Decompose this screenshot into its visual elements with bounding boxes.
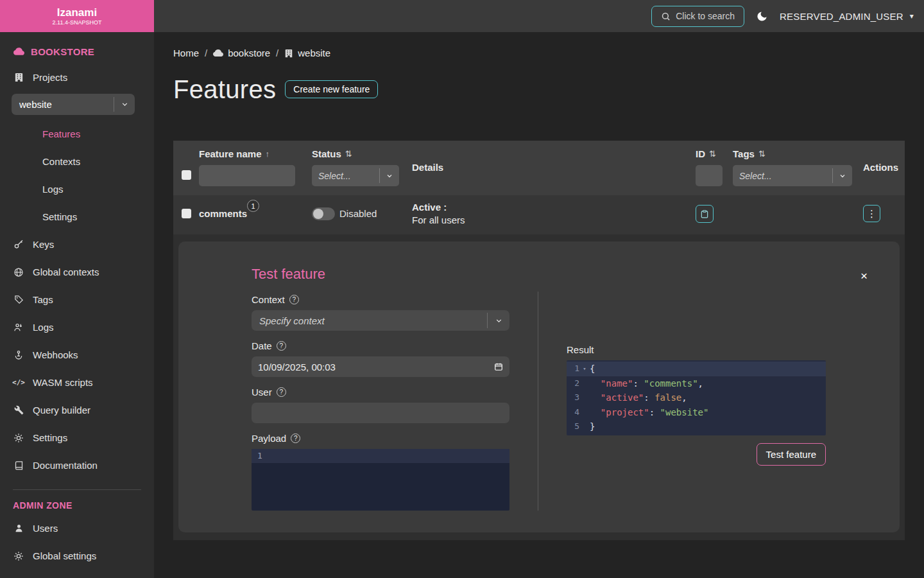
chevron-down-icon [488, 317, 509, 325]
building-icon [13, 73, 24, 82]
feature-name-cell[interactable]: comments 1 [199, 208, 247, 219]
breadcrumb-tenant[interactable]: bookstore [213, 48, 270, 58]
result-label: Result [567, 344, 826, 355]
help-icon[interactable]: ? [289, 295, 299, 304]
gear-icon [13, 551, 24, 561]
page-title: Features [173, 75, 276, 103]
sidebar-item-label: Global settings [33, 550, 96, 561]
column-header-feature-name[interactable]: Feature name ↑ [199, 148, 312, 159]
code-line: 2 "name": "comments", [567, 376, 826, 391]
tags-filter-select[interactable]: Select... [733, 165, 852, 186]
create-feature-button[interactable]: Create new feature [285, 80, 378, 98]
sidebar-item-documentation[interactable]: Documentation [0, 451, 154, 479]
help-icon[interactable]: ? [277, 341, 286, 351]
test-feature-panel-area: Test feature Context ? Specify context [173, 234, 905, 540]
project-select[interactable]: website [12, 94, 135, 115]
sort-both-icon[interactable]: ⇅ [709, 149, 716, 159]
column-header-details: Details [412, 148, 688, 173]
select-all-checkbox[interactable] [182, 170, 191, 180]
gear-icon [13, 433, 24, 443]
breadcrumb-separator: / [276, 48, 278, 58]
app-window: Izanami 2.11.4-SNAPSHOT Click to search … [0, 0, 924, 578]
date-input[interactable]: 10/09/2025, 00:03 [252, 356, 509, 377]
sidebar-item-label: Global contexts [33, 267, 99, 277]
sidebar-item-project-logs[interactable]: Logs [0, 175, 154, 203]
feature-toggle[interactable] [312, 207, 335, 220]
sidebar-item-logs[interactable]: Logs [0, 313, 154, 341]
sidebar-item-settings[interactable]: Settings [0, 424, 154, 451]
status-label: Disabled [339, 208, 377, 219]
column-header-status[interactable]: Status ⇅ [312, 148, 412, 159]
sidebar-item-label: Keys [33, 239, 54, 250]
breadcrumb-project[interactable]: website [284, 48, 330, 58]
sidebar-item-project-settings[interactable]: Settings [0, 203, 154, 231]
sidebar-item-label: Query builder [33, 405, 90, 416]
cloud-icon [13, 46, 24, 57]
user-input[interactable] [252, 403, 509, 423]
help-icon[interactable]: ? [277, 387, 286, 397]
key-icon [13, 240, 24, 250]
app-logo[interactable]: Izanami 2.11.4-SNAPSHOT [0, 0, 154, 32]
chevron-down-icon [114, 100, 135, 109]
calendar-icon[interactable] [494, 362, 503, 371]
sidebar-item-projects[interactable]: Projects [0, 64, 154, 91]
status-filter-select[interactable]: Select... [312, 165, 399, 186]
sidebar-item-keys[interactable]: Keys [0, 231, 154, 258]
sidebar-item-global-contexts[interactable]: Global contexts [0, 258, 154, 286]
sort-asc-icon[interactable]: ↑ [266, 149, 270, 159]
kebab-icon: ⋮ [867, 208, 877, 220]
search-button[interactable]: Click to search [651, 6, 744, 27]
sort-both-icon[interactable]: ⇅ [345, 149, 352, 159]
logs-icon [13, 322, 24, 333]
table-row: comments 1 Disabled Active : For all use… [173, 195, 905, 234]
column-header-tags[interactable]: Tags ⇅ [733, 148, 856, 159]
sidebar-item-tags[interactable]: Tags [0, 286, 154, 313]
clipboard-icon [700, 209, 709, 218]
sidebar-item-tenant[interactable]: BOOKSTORE [0, 36, 154, 64]
sort-both-icon[interactable]: ⇅ [758, 149, 766, 159]
app-version: 2.11.4-SNAPSHOT [53, 19, 102, 26]
book-icon [13, 460, 24, 470]
sidebar-item-wasm-scripts[interactable]: </> WASM scripts [0, 369, 154, 396]
column-header-actions: Actions [863, 148, 905, 173]
test-feature-button[interactable]: Test feature [757, 443, 826, 466]
features-table: Feature name ↑ Status ⇅ Select... [173, 141, 905, 540]
sidebar-item-label: Settings [33, 432, 67, 443]
globe-icon [13, 267, 24, 277]
user-menu[interactable]: RESERVED_ADMIN_USER ▾ [780, 11, 914, 22]
copy-id-button[interactable] [696, 205, 714, 223]
sidebar-item-global-settings[interactable]: Global settings [0, 542, 154, 570]
feature-name-filter-input[interactable] [199, 165, 295, 186]
row-actions-button[interactable]: ⋮ [863, 205, 880, 222]
row-checkbox[interactable] [182, 209, 191, 218]
sidebar-item-features[interactable]: Features [0, 120, 154, 148]
tenant-label: BOOKSTORE [31, 46, 94, 57]
payload-editor[interactable]: 1 [252, 449, 509, 511]
project-select-value: website [12, 99, 114, 110]
sidebar-item-label: Logs [33, 322, 54, 333]
theme-toggle-button[interactable] [756, 10, 768, 22]
sidebar-item-users[interactable]: Users [0, 514, 154, 542]
sidebar-item-label: Tags [33, 294, 53, 305]
sidebar-item-webhooks[interactable]: Webhooks [0, 341, 154, 369]
close-icon[interactable]: × [860, 270, 868, 282]
sidebar-item-label: Documentation [33, 460, 98, 471]
help-icon[interactable]: ? [291, 434, 300, 443]
context-select[interactable]: Specify context [252, 310, 509, 331]
sidebar-item-query-builder[interactable]: Query builder [0, 396, 154, 424]
user-label: User [252, 387, 272, 398]
result-code[interactable]: 1▾{2 "name": "comments",3 "active": fals… [567, 360, 826, 435]
breadcrumb-home[interactable]: Home [173, 48, 199, 58]
breadcrumb: Home / bookstore / website [173, 48, 905, 58]
id-filter-input[interactable] [696, 165, 723, 186]
sidebar-divider [13, 489, 141, 490]
sidebar-item-contexts[interactable]: Contexts [0, 148, 154, 175]
search-icon [661, 12, 671, 21]
username: RESERVED_ADMIN_USER [780, 11, 903, 22]
chevron-down-icon: ▾ [910, 12, 914, 21]
sidebar-item-label: Webhooks [33, 349, 78, 360]
column-header-id[interactable]: ID ⇅ [696, 148, 725, 159]
payload-label: Payload [252, 433, 286, 444]
panel-title: Test feature [252, 266, 509, 283]
sidebar-item-label: WASM scripts [33, 377, 93, 388]
